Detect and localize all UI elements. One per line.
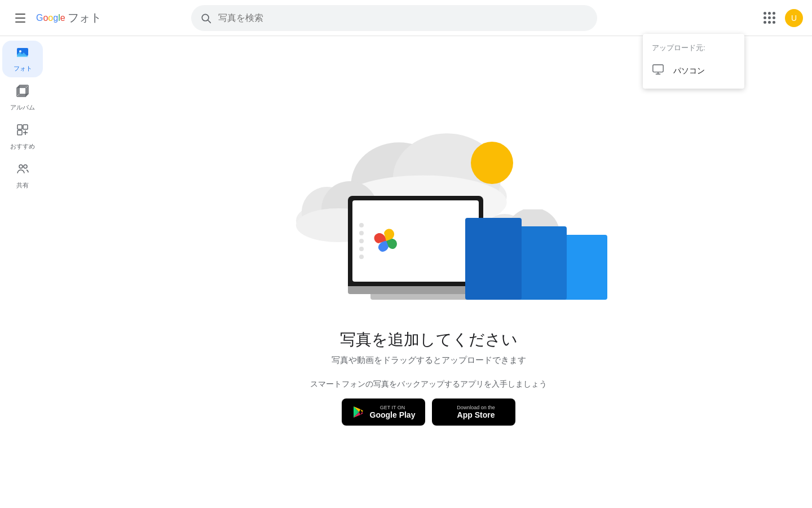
dropdown-label: アップロード元: <box>643 38 744 58</box>
computer-label: パソコン <box>673 66 705 76</box>
header: Google フォト U <box>0 0 812 36</box>
sidebar-item-shared[interactable]: 共有 <box>2 157 43 194</box>
app-title: フォト <box>68 10 102 25</box>
laptop-screen <box>348 196 483 286</box>
sidebar: フォト アルバム おすすめ <box>0 36 45 508</box>
shared-label: 共有 <box>16 181 29 190</box>
hamburger-icon <box>15 14 25 23</box>
recommended-label: おすすめ <box>10 142 35 151</box>
google-play-large-text: Google Play <box>370 410 416 419</box>
main-subtitle: 写真や動画をドラッグするとアップロードできます <box>332 355 526 366</box>
apps-button[interactable] <box>758 7 780 29</box>
illustration <box>288 119 570 311</box>
logo-o2: o <box>48 13 53 23</box>
laptop-dots <box>359 223 364 259</box>
laptop-screen-inner <box>352 200 479 282</box>
google-play-small-text: GET IT ON <box>370 405 416 410</box>
svg-rect-7 <box>17 125 22 129</box>
logo-g: G <box>36 13 43 23</box>
content-text: 写真を追加してください 写真や動画をドラッグするとアップロードできます <box>332 329 526 366</box>
google-logo: Google <box>36 13 65 23</box>
shared-icon <box>16 162 29 179</box>
svg-point-13 <box>24 165 27 168</box>
computer-icon <box>652 63 664 78</box>
blue-rect-2 <box>516 226 567 300</box>
svg-rect-26 <box>653 65 663 72</box>
google-play-button[interactable]: GET IT ON Google Play <box>342 398 425 426</box>
app-store-large-text: App Store <box>457 410 495 419</box>
sidebar-item-recommended[interactable]: おすすめ <box>2 119 43 155</box>
logo-e: e <box>60 13 65 23</box>
header-right: U <box>758 7 803 29</box>
upload-dropdown: アップロード元: パソコン <box>643 34 744 89</box>
dropdown-item-computer[interactable]: パソコン <box>643 58 744 84</box>
logo-g2: g <box>53 13 58 23</box>
search-input[interactable] <box>218 13 588 23</box>
photos-label: フォト <box>14 64 32 73</box>
google-play-icon <box>352 405 365 419</box>
svg-rect-9 <box>17 130 22 135</box>
google-play-text: GET IT ON Google Play <box>370 405 416 419</box>
svg-rect-8 <box>23 125 28 129</box>
app-store-small-text: Download on the <box>457 405 495 410</box>
albums-label: アルバム <box>10 103 35 112</box>
albums-icon <box>16 84 29 101</box>
search-bar[interactable] <box>191 5 597 31</box>
app-buttons: GET IT ON Google Play Download on the Ap… <box>310 398 547 426</box>
svg-line-1 <box>208 20 211 23</box>
laptop-stand <box>370 294 472 300</box>
apps-grid-icon <box>764 12 775 24</box>
sidebar-item-albums[interactable]: アルバム <box>2 80 43 116</box>
main-content: 写真を追加してください 写真や動画をドラッグするとアップロードできます スマート… <box>45 36 812 508</box>
sun <box>471 142 513 184</box>
app-promo: スマートフォンの写真をバックアップするアプリを入手しましょう <box>310 379 547 426</box>
app-store-button[interactable]: Download on the App Store <box>432 398 515 426</box>
recommended-icon <box>16 123 29 140</box>
blue-rect-1 <box>465 218 522 300</box>
menu-button[interactable] <box>9 7 32 29</box>
logo-o1: o <box>43 13 48 23</box>
avatar[interactable]: U <box>785 9 803 27</box>
svg-point-12 <box>19 165 23 168</box>
photos-icon <box>16 45 29 62</box>
blue-rects <box>465 218 607 300</box>
app-store-text: Download on the App Store <box>457 405 495 419</box>
search-icon <box>200 12 211 24</box>
sidebar-item-photos[interactable]: フォト <box>2 41 43 77</box>
pinwheel-icon <box>370 225 402 257</box>
promo-text: スマートフォンの写真をバックアップするアプリを入手しましょう <box>310 379 547 389</box>
blue-rect-3 <box>562 235 607 300</box>
main-title: 写真を追加してください <box>332 329 526 351</box>
